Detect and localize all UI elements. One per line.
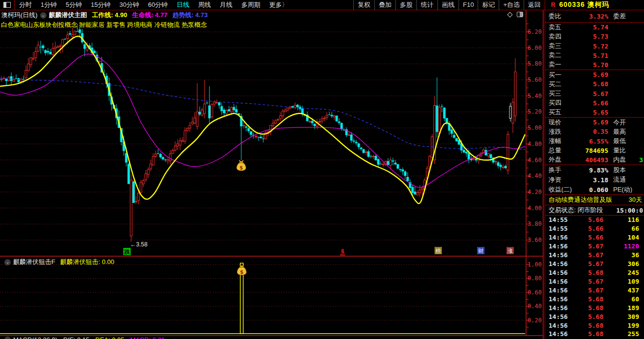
action-button-3[interactable]: 统计 [416,0,437,10]
action-button-5[interactable]: F10 [459,0,478,10]
tick-price: 5.68 [572,295,603,303]
period-tab-3[interactable]: 15分钟 [86,0,115,10]
action-button-8[interactable]: 返回 [524,0,545,10]
stat-label-2: 最低 [613,137,626,145]
buy-level-label: 买三 [549,89,576,98]
tick-volume: 306 [603,260,639,267]
dif-value: DIF: 0.15 [63,336,89,339]
buy-row-4[interactable]: 买五5.65 [545,108,644,117]
kline-chart[interactable]: 6.206.005.805.605.405.205.004.804.604.40… [0,10,545,339]
tick-price: 5.67 [572,251,603,259]
tick-price: 5.67 [572,287,603,294]
period-tab-5[interactable]: 60分钟 [143,0,172,10]
instrument-title: 澳柯玛(日线) [1,11,38,20]
buy-row-2[interactable]: 买三5.67 [545,89,644,98]
sub-indicator-value: 麒麟潜伏狙击: 0.00 [60,258,115,266]
buy-level-price: 5.69 [576,71,608,78]
sell-row-1[interactable]: 卖四5.73 [545,32,644,41]
sell-row-2[interactable]: 卖三5.72 [545,41,644,50]
period-tabs: 分时1分钟5分钟15分钟30分钟60分钟日线周线月线多周期更多〉 [15,0,293,10]
tick-price: 5.68 [572,330,603,338]
tick-price: 5.66 [572,225,603,232]
sell-level-price: 5.74 [576,24,608,31]
stat-row-3: 总量784695量比 [545,146,644,155]
price-axis-label: 4.00 [528,205,542,212]
action-button-1[interactable]: 叠加 [374,0,395,10]
quote-panel: R 600336 澳柯玛 委比 3.32% 委差 卖五5.74卖四5.73卖三5… [545,0,644,339]
tick-volume: 104 [603,234,639,241]
tick-time: 14:56 [549,287,572,294]
action-button-2[interactable]: 多股 [395,0,416,10]
sell-levels: 卖五5.74卖四5.73卖三5.72卖二5.71卖一5.70 [545,23,644,70]
main-gridlines [0,32,526,320]
tick-volume: 109 [603,278,639,285]
stat2-row-2: 收益(二)0.060PE(动) [545,185,644,194]
action-button-0[interactable]: 复权 [353,0,374,10]
split-pane-icon[interactable] [517,12,523,17]
tick-time: 14:56 [549,322,572,329]
sell-row-3[interactable]: 卖二5.71 [545,51,644,60]
price-axis-label: 5.40 [528,93,542,99]
sell-level-label: 卖一 [549,60,576,69]
action-button-7[interactable]: +自选 [499,0,524,10]
diamond-marker-icon[interactable] [507,12,512,17]
period-tab-7[interactable]: 周线 [194,0,215,10]
period-tab-4[interactable]: 30分钟 [115,0,143,10]
tick-row-0: 14:555.66116 [545,216,644,224]
sell-row-0[interactable]: 卖五5.74 [545,23,644,32]
stat-label-2: 今开 [613,118,626,127]
buy-level-label: 买一 [549,71,576,79]
tick-price: 5.66 [572,216,603,223]
concept-tags[interactable]: 白色家电山东板块创投概念 智能家居 新零售 跨境电商 冷链物流 热泵概念 [1,21,207,29]
tick-row-8: 14:565.67437 [545,286,644,294]
chart-corner-icons [508,12,523,17]
tick-price: 5.66 [572,234,603,241]
weicha-label: 委差 [613,12,626,21]
period-tab-1[interactable]: 1分钟 [36,0,61,10]
svg-text:涨: 涨 [507,248,513,254]
period-tab-2[interactable]: 5分钟 [61,0,86,10]
tick-volume: 116 [603,216,639,223]
buy-row-0[interactable]: 买一5.69 [545,70,644,79]
tick-price: 5.68 [572,322,603,329]
period-tab-10[interactable]: 更多〉 [265,0,293,10]
collapse-chevron-icon[interactable]: ⌄ [40,12,46,19]
layout-panel-icon[interactable] [3,2,11,8]
period-tab-6[interactable]: 日线 [172,0,194,10]
buy-level-label: 买四 [549,98,576,107]
period-tab-9[interactable]: 多周期 [237,0,265,10]
period-tab-0[interactable]: 分时 [15,0,36,10]
price-axis-label: 6.20 [528,28,542,35]
stat-label: 总量 [549,146,576,155]
tick-row-5: 14:565.67306 [545,260,644,268]
tick-time: 14:55 [549,216,572,223]
period-tab-8[interactable]: 月线 [215,0,237,10]
price-axis-label: 5.80 [528,60,542,67]
tick-row-1: 14:555.6666 [545,224,644,233]
sub-axis-label: 0.80 [528,275,542,282]
dea-value: DEA: 0.05 [95,336,124,339]
tick-price: 5.68 [572,304,603,312]
action-button-4[interactable]: 画线 [437,0,459,10]
price-axis-label: 4.60 [528,157,542,164]
tick-time: 14:56 [549,251,572,259]
sell-row-4[interactable]: 卖一5.70 [545,60,644,70]
stat-value: 3.18 [576,176,608,184]
tick-volume: 245 [603,269,639,276]
buy-level-label: 买五 [549,108,576,117]
buy-row-1[interactable]: 买二5.68 [545,79,644,89]
collapse-chevron-icon[interactable]: ⌄ [4,259,11,266]
renewal-notice[interactable]: 自动续费通达信普及版 30天 [545,194,644,205]
action-button-6[interactable]: 标记 [478,0,499,10]
price-axis-label: 5.00 [528,124,542,131]
buy-row-3[interactable]: 买四5.66 [545,98,644,108]
tick-volume: 66 [603,225,639,232]
tick-time: 14:56 [549,295,572,303]
tick-time: 14:56 [549,269,572,276]
macd-value: MACD: 0.21 [130,336,165,339]
time-and-sales[interactable]: 14:555.6611614:555.666614:565.6610414:56… [545,216,644,339]
collapse-chevron-icon[interactable]: ⌄ [4,337,11,339]
stat-label: 收益(二) [549,185,576,194]
tick-volume: 36 [603,251,639,259]
signal-s-marker[interactable]: ŝ [341,247,344,255]
